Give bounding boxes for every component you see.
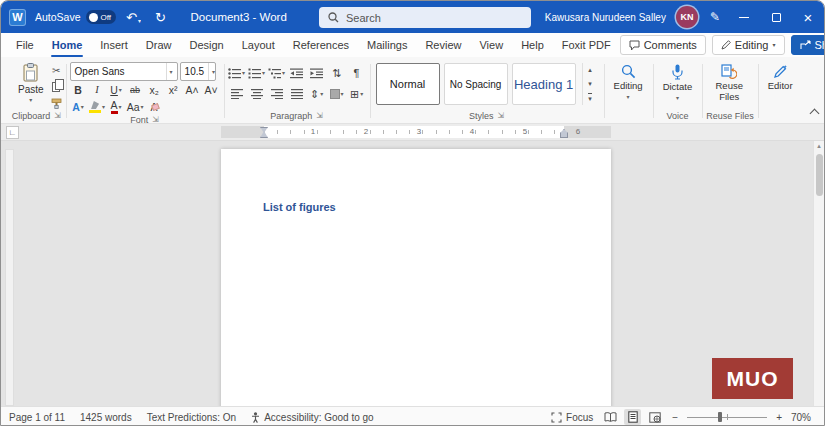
redo-button[interactable]: ↻	[152, 11, 170, 24]
close-button[interactable]: ×	[792, 1, 824, 33]
vertical-ruler[interactable]	[5, 149, 14, 406]
search-box[interactable]: Search	[319, 7, 531, 28]
clipboard-dialog-launcher[interactable]: ⇲	[54, 112, 61, 120]
avatar[interactable]: KN	[676, 6, 698, 28]
comments-button[interactable]: Comments	[620, 35, 706, 55]
vertical-scrollbar[interactable]: ▴	[813, 141, 824, 406]
user-name[interactable]: Kawusara Nurudeen Salley	[545, 12, 666, 23]
bullets-button[interactable]: ▾	[228, 65, 246, 81]
zoom-out-button[interactable]: −	[672, 412, 678, 423]
tab-design[interactable]: Design	[180, 33, 232, 57]
collapse-ribbon-button[interactable]	[810, 109, 820, 119]
tab-draw[interactable]: Draw	[137, 33, 181, 57]
shrink-font-button[interactable]: A˅	[203, 82, 220, 98]
tab-mailings[interactable]: Mailings	[358, 33, 416, 57]
style-no-spacing[interactable]: No Spacing	[444, 63, 508, 105]
paragraph-dialog-launcher[interactable]: ⇲	[316, 112, 323, 120]
minimize-button[interactable]	[728, 1, 760, 33]
show-hide-paragraph-button[interactable]: ¶	[348, 65, 366, 81]
editing-mode-button[interactable]: Editing ▾	[712, 35, 785, 55]
scrollbar-thumb[interactable]	[816, 154, 823, 196]
read-mode-button[interactable]	[602, 409, 619, 425]
style-heading-1[interactable]: Heading 1	[512, 63, 576, 105]
editing-button[interactable]: Editing ▾	[608, 59, 649, 100]
word-count[interactable]: 1425 words	[80, 412, 132, 423]
reuse-files-button[interactable]: Reuse Files	[706, 59, 752, 103]
strikethrough-button[interactable]: ab	[127, 82, 144, 98]
print-layout-button[interactable]	[624, 409, 641, 425]
align-center-button[interactable]	[248, 86, 266, 102]
cut-button[interactable]: ✂	[52, 65, 60, 77]
zoom-slider-thumb[interactable]	[718, 412, 722, 422]
sort-button[interactable]: ⇅	[328, 65, 346, 81]
web-layout-button[interactable]	[646, 409, 663, 425]
font-dialog-launcher[interactable]: ⇲	[152, 116, 159, 124]
undo-button[interactable]: ↶▾	[125, 11, 143, 24]
tab-file[interactable]: File	[7, 33, 43, 57]
grow-font-button[interactable]: A˄	[184, 82, 201, 98]
share-button[interactable]: Share ▾	[791, 35, 825, 55]
scroll-up-icon[interactable]: ▴	[814, 142, 824, 150]
styles-group: Normal No Spacing Heading 1 ▴ ▾ ▾ Styles…	[370, 59, 604, 123]
tab-stop-selector[interactable]: ∟	[6, 126, 19, 139]
font-color-button[interactable]: A▾	[108, 99, 125, 115]
accessibility-status[interactable]: Accessibility: Good to go	[251, 412, 374, 423]
zoom-slider[interactable]	[687, 411, 767, 423]
numbering-button[interactable]: ▾	[248, 65, 266, 81]
tab-layout[interactable]: Layout	[233, 33, 284, 57]
tab-foxit-pdf[interactable]: Foxit PDF	[553, 33, 620, 57]
page-indicator[interactable]: Page 1 of 11	[9, 412, 65, 423]
editor-button[interactable]: Editor	[762, 59, 799, 92]
bullets-icon	[228, 68, 241, 79]
text-highlight-button[interactable]: ▾	[89, 99, 106, 115]
font-name-select[interactable]: Open Sans ▾	[70, 62, 178, 81]
line-spacing-icon: ⇕	[310, 89, 319, 100]
styles-more-button[interactable]: ▾	[583, 91, 598, 105]
style-normal[interactable]: Normal	[376, 63, 440, 105]
zoom-level[interactable]: 70%	[791, 412, 816, 423]
superscript-button[interactable]: x²	[165, 82, 182, 98]
justify-button[interactable]	[288, 86, 306, 102]
horizontal-ruler[interactable]: 1 2 3 4 5 6	[221, 126, 611, 138]
document-heading-text[interactable]: List of figures	[263, 201, 336, 213]
line-spacing-button[interactable]: ⇕▾	[308, 86, 326, 102]
paste-button[interactable]: Paste ▾	[11, 59, 51, 103]
focus-button[interactable]: Focus	[551, 412, 593, 423]
tab-insert[interactable]: Insert	[91, 33, 137, 57]
italic-button[interactable]: I	[89, 82, 106, 98]
maximize-button[interactable]	[760, 1, 792, 33]
subscript-button[interactable]: x₂	[146, 82, 163, 98]
shading-button[interactable]: ▾	[328, 86, 346, 102]
styles-scroll-up-button[interactable]: ▴	[583, 63, 598, 77]
dictate-button[interactable]: Dictate ▾	[657, 59, 699, 101]
styles-scroll-down-button[interactable]: ▾	[583, 77, 598, 91]
format-painter-button[interactable]	[51, 97, 62, 109]
styles-dialog-launcher[interactable]: ⇲	[497, 112, 504, 120]
tab-review[interactable]: Review	[416, 33, 470, 57]
increase-indent-button[interactable]	[308, 65, 326, 81]
multilevel-list-button[interactable]: ▾	[268, 65, 286, 81]
align-left-button[interactable]	[228, 86, 246, 102]
copy-button[interactable]	[52, 81, 60, 93]
decrease-indent-button[interactable]	[288, 65, 306, 81]
tab-home[interactable]: Home	[43, 33, 92, 57]
text-predictions[interactable]: Text Predictions: On	[147, 412, 236, 423]
tab-help[interactable]: Help	[512, 33, 553, 57]
word-app-icon[interactable]: W	[9, 9, 26, 26]
title-bar: W AutoSave Off ↶▾ ↻ Document3 - Word Sea…	[1, 1, 824, 33]
text-effects-button[interactable]: A▾	[70, 99, 87, 115]
borders-button[interactable]: ⊞▾	[348, 86, 366, 102]
tab-references[interactable]: References	[284, 33, 358, 57]
underline-button[interactable]: U▾	[108, 82, 125, 98]
bold-button[interactable]: B	[70, 82, 87, 98]
change-case-button[interactable]: Aa▾	[127, 99, 144, 115]
clear-formatting-button[interactable]: A	[146, 99, 163, 115]
document-page[interactable]: List of figures	[221, 149, 611, 406]
zoom-in-button[interactable]: +	[776, 412, 782, 423]
autosave-toggle[interactable]: Off	[86, 10, 116, 24]
voice-group-label: Voice	[657, 108, 699, 123]
pen-mode-icon[interactable]: ✎	[710, 10, 720, 24]
align-right-button[interactable]	[268, 86, 286, 102]
tab-view[interactable]: View	[470, 33, 512, 57]
font-size-select[interactable]: 10.5 ▾	[180, 62, 216, 81]
